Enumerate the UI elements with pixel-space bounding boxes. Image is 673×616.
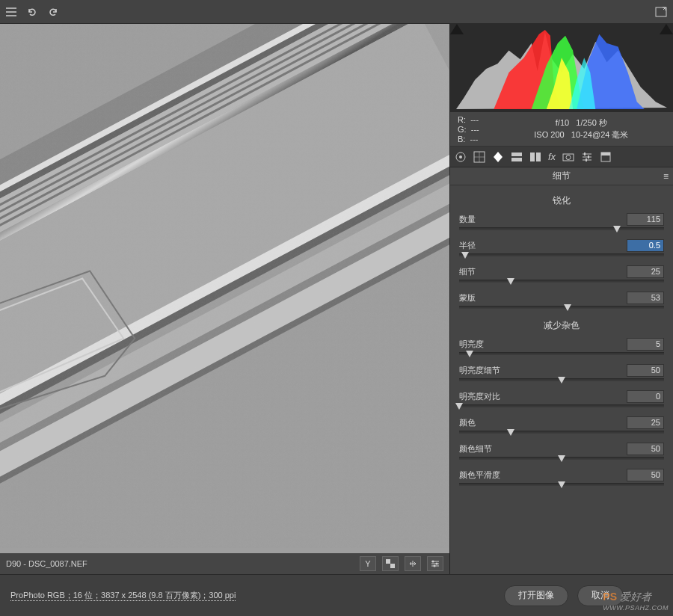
slider-knob[interactable]: [461, 252, 469, 259]
slider-label: 明亮度细节: [459, 365, 500, 376]
slider-lum: 明亮度 5: [459, 338, 664, 355]
slider-track[interactable]: [459, 404, 664, 407]
slider-value-input[interactable]: 115: [627, 213, 664, 226]
svg-point-21: [432, 561, 434, 563]
view-split-button[interactable]: [405, 556, 421, 571]
slider-value-input[interactable]: 5: [627, 338, 664, 351]
cancel-button[interactable]: 取消: [577, 585, 624, 606]
slider-knob[interactable]: [564, 304, 571, 311]
tab-hsl-icon[interactable]: [511, 151, 523, 163]
svg-rect-29: [530, 153, 535, 161]
svg-rect-19: [386, 559, 390, 564]
slider-label: 明亮度对比: [459, 391, 500, 402]
tab-detail-icon[interactable]: [492, 151, 504, 163]
slider-value-input[interactable]: 50: [627, 364, 664, 377]
panel-title-bar: 细节 ≡: [450, 167, 673, 185]
list-icon[interactable]: [6, 7, 16, 17]
slider-value-input[interactable]: 0.5: [627, 239, 664, 252]
redo-icon[interactable]: [48, 7, 58, 17]
view-sliders-button[interactable]: [427, 556, 443, 571]
slider-knob[interactable]: [466, 351, 473, 357]
slider-value-input[interactable]: 53: [627, 292, 664, 304]
slider-track[interactable]: [459, 280, 664, 283]
slider-track[interactable]: [459, 378, 664, 381]
open-image-button[interactable]: 打开图像: [504, 585, 568, 606]
svg-rect-20: [390, 564, 395, 568]
preview-footer: D90 - DSC_0087.NEF Y: [0, 553, 449, 574]
slider-value-input[interactable]: 50: [627, 443, 664, 455]
slider-knob[interactable]: [507, 278, 514, 285]
slider-detail: 细节 25: [459, 265, 664, 283]
slider-label: 半径: [459, 240, 476, 251]
slider-label: 颜色: [459, 417, 476, 428]
panel-tabs: fx: [450, 147, 673, 167]
slider-track[interactable]: [459, 227, 664, 230]
fullscreen-icon[interactable]: [655, 7, 667, 17]
slider-track[interactable]: [459, 253, 664, 256]
exif-line1: f/10 1/250 秒: [556, 117, 607, 129]
slider-track[interactable]: [459, 306, 664, 309]
undo-icon[interactable]: [27, 7, 37, 17]
slider-value-input[interactable]: 25: [627, 416, 664, 429]
svg-point-25: [459, 155, 462, 158]
tab-camera-icon[interactable]: [562, 151, 574, 163]
slider-colDet: 颜色细节 50: [459, 443, 664, 460]
tab-basic-icon[interactable]: [455, 151, 467, 163]
histogram[interactable]: [450, 24, 673, 112]
side-panel: R: --- G: --- B: --- f/10 1/250 秒 ISO 20…: [450, 24, 673, 574]
slider-track[interactable]: [459, 431, 664, 434]
tab-fx-icon[interactable]: fx: [548, 151, 556, 162]
panel-title: 细节: [553, 170, 571, 182]
slider-label: 颜色平滑度: [459, 469, 500, 481]
svg-point-22: [436, 563, 438, 565]
slider-value-input[interactable]: 25: [627, 265, 664, 278]
slider-label: 颜色细节: [459, 443, 492, 455]
slider-lumDet: 明亮度细节 50: [459, 364, 664, 381]
view-checker-button[interactable]: [382, 556, 399, 571]
slider-label: 细节: [459, 266, 476, 277]
slider-value-input[interactable]: 0: [627, 390, 664, 403]
slider-track[interactable]: [459, 352, 664, 355]
slider-label: 数量: [459, 214, 476, 225]
svg-rect-34: [601, 153, 610, 155]
svg-point-23: [434, 565, 436, 567]
slider-masking: 蒙版 53: [459, 292, 664, 309]
image-preview[interactable]: [0, 24, 449, 553]
footer-bar: ProPhoto RGB；16 位；3837 x 2548 (9.8 百万像素)…: [0, 574, 673, 616]
slider-knob[interactable]: [558, 377, 565, 384]
section-noise: 减少杂色: [459, 319, 664, 332]
exif-line2: ISO 200 10-24@24 毫米: [534, 129, 628, 141]
view-y-button[interactable]: Y: [360, 556, 376, 571]
slider-radius: 半径 0.5: [459, 239, 664, 256]
slider-amount: 数量 115: [459, 213, 664, 230]
slider-colSmo: 颜色平滑度 50: [459, 469, 664, 486]
exif-readout: R: --- G: --- B: --- f/10 1/250 秒 ISO 20…: [450, 112, 673, 147]
svg-rect-27: [511, 153, 522, 156]
slider-track[interactable]: [459, 457, 664, 460]
tab-curve-icon[interactable]: [473, 151, 485, 163]
slider-knob[interactable]: [455, 403, 463, 410]
image-info[interactable]: ProPhoto RGB；16 位；3837 x 2548 (9.8 百万像素)…: [10, 590, 236, 601]
slider-knob[interactable]: [558, 481, 565, 488]
slider-knob[interactable]: [613, 226, 621, 232]
readout-g: G: ---: [458, 125, 479, 134]
readout-b: B: ---: [458, 135, 479, 144]
panel-menu-icon[interactable]: ≡: [663, 171, 669, 182]
slider-panel: 锐化 数量 115 半径 0.5 细节 25 蒙版 53 减少杂色 明亮度 5 …: [450, 185, 673, 574]
slider-label: 明亮度: [459, 339, 484, 350]
tab-split-icon[interactable]: [529, 151, 541, 163]
slider-value-input[interactable]: 50: [627, 469, 664, 481]
slider-lumCon: 明亮度对比 0: [459, 390, 664, 407]
tab-preset-icon[interactable]: [600, 151, 612, 163]
section-sharpen: 锐化: [459, 194, 664, 207]
slider-label: 蒙版: [459, 292, 476, 304]
slider-col: 颜色 25: [459, 416, 664, 434]
svg-point-32: [566, 155, 571, 159]
readout-r: R: ---: [458, 115, 479, 124]
slider-knob[interactable]: [558, 455, 565, 462]
slider-knob[interactable]: [507, 429, 514, 436]
tab-calib-icon[interactable]: [581, 151, 593, 163]
svg-rect-28: [511, 158, 522, 161]
preview-pane: D90 - DSC_0087.NEF Y: [0, 24, 450, 574]
slider-track[interactable]: [459, 483, 664, 486]
